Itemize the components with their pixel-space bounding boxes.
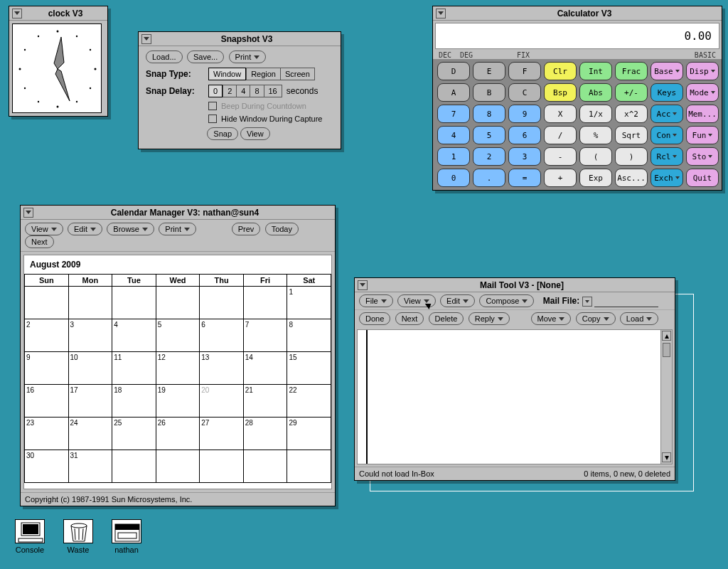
window-menu-icon[interactable]: [12, 9, 22, 18]
calc-key-3[interactable]: 3: [508, 147, 541, 166]
view-button[interactable]: View: [240, 127, 270, 140]
calendar-day-1[interactable]: 1: [287, 287, 331, 319]
print-button[interactable]: Print: [229, 50, 267, 63]
mail-copy-button[interactable]: Copy: [576, 312, 616, 325]
calc-key-frac[interactable]: Frac: [615, 62, 648, 80]
snap-button[interactable]: Snap: [207, 127, 238, 140]
calc-key-asc[interactable]: Asc...: [615, 169, 648, 187]
calc-key-b[interactable]: B: [473, 83, 505, 102]
snap-type-screen[interactable]: Screen: [280, 68, 315, 80]
snapshot-titlebar[interactable]: Snapshot V3: [139, 32, 341, 46]
calc-key-1[interactable]: 1: [437, 147, 470, 166]
snap-type-region[interactable]: Region: [246, 68, 280, 80]
cal-browse-menu[interactable]: Browse: [107, 223, 154, 235]
calc-key-x[interactable]: X: [544, 105, 577, 123]
snap-delay-4[interactable]: 4: [236, 85, 250, 97]
calendar-day-24[interactable]: 24: [68, 418, 112, 450]
calc-key-[interactable]: +/-: [615, 83, 648, 102]
calendar-day-19[interactable]: 19: [156, 385, 200, 418]
calendar-day-6[interactable]: 6: [200, 319, 244, 352]
mail-file-menu[interactable]: File: [359, 294, 393, 307]
calc-key-[interactable]: -: [544, 147, 577, 166]
calc-key-sqrt[interactable]: Sqrt: [615, 126, 648, 144]
clock-titlebar[interactable]: clock V3: [9, 6, 107, 21]
calendar-day-13[interactable]: 13: [200, 352, 244, 385]
calendar-day-25[interactable]: 25: [112, 418, 156, 450]
calendar-day-31[interactable]: 31: [68, 450, 112, 483]
calendar-day-26[interactable]: 26: [156, 418, 200, 450]
save-button[interactable]: Save...: [187, 50, 224, 63]
load-button[interactable]: Load...: [146, 50, 183, 63]
calendar-day-7[interactable]: 7: [243, 319, 287, 352]
calendar-titlebar[interactable]: Calendar Manager V3: nathan@sun4: [21, 206, 335, 220]
calc-key-exp[interactable]: Exp: [579, 169, 612, 187]
calc-key-abs[interactable]: Abs: [579, 83, 612, 102]
calc-key-base[interactable]: Base: [651, 62, 683, 80]
calendar-day-14[interactable]: 14: [243, 352, 287, 385]
calc-key-[interactable]: (: [579, 147, 612, 166]
calendar-day-3[interactable]: 3: [68, 319, 112, 352]
calendar-day-9[interactable]: 9: [25, 352, 69, 385]
calendar-day-22[interactable]: 22: [287, 385, 331, 418]
mail-edit-menu[interactable]: Edit: [440, 294, 475, 307]
calc-key-x2[interactable]: x^2: [615, 105, 648, 123]
calendar-day-5[interactable]: 5: [156, 319, 200, 352]
calc-key-e[interactable]: E: [473, 62, 505, 80]
snap-delay-0[interactable]: 0: [208, 85, 223, 97]
window-menu-icon[interactable]: [358, 280, 368, 290]
calc-key-8[interactable]: 8: [473, 105, 505, 123]
calc-key-mem[interactable]: Mem...: [686, 105, 719, 123]
calc-key-0[interactable]: 0: [437, 169, 470, 187]
calc-key-9[interactable]: 9: [508, 105, 541, 123]
scroll-up-icon[interactable]: ▴: [662, 331, 671, 341]
snap-type-window[interactable]: Window: [208, 68, 246, 80]
mail-reply-button[interactable]: Reply: [469, 312, 510, 325]
mail-compose-menu[interactable]: Compose: [479, 294, 534, 307]
calc-key-f[interactable]: F: [508, 62, 541, 80]
snap-delay-16[interactable]: 16: [264, 85, 282, 97]
beep-checkbox[interactable]: [208, 102, 217, 110]
cal-today-button[interactable]: Today: [265, 223, 299, 235]
calendar-day-29[interactable]: 29: [287, 418, 331, 450]
calendar-day-16[interactable]: 16: [25, 385, 69, 418]
window-menu-icon[interactable]: [436, 9, 446, 18]
scroll-thumb[interactable]: [663, 343, 670, 357]
desktop-icon-nathan[interactable]: nathan: [105, 519, 148, 554]
calc-key-clr[interactable]: Clr: [544, 62, 577, 80]
calc-key-sto[interactable]: Sto: [686, 147, 719, 166]
calc-key-[interactable]: .: [473, 169, 505, 187]
calculator-titlebar[interactable]: Calculator V3: [433, 6, 722, 21]
calendar-day-21[interactable]: 21: [243, 385, 287, 418]
calendar-day-23[interactable]: 23: [25, 418, 69, 450]
snap-delay-2[interactable]: 2: [223, 85, 236, 97]
calc-key-5[interactable]: 5: [473, 126, 505, 144]
calc-key-[interactable]: =: [508, 169, 541, 187]
window-menu-icon[interactable]: [141, 34, 151, 44]
hide-checkbox[interactable]: [208, 115, 217, 123]
calc-key-rcl[interactable]: Rcl: [651, 147, 683, 166]
calc-key-fun[interactable]: Fun: [686, 126, 719, 144]
calc-key-keys[interactable]: Keys: [651, 83, 683, 102]
calc-key-1x[interactable]: 1/x: [579, 105, 612, 123]
calc-key-a[interactable]: A: [437, 83, 470, 102]
calc-key-bsp[interactable]: Bsp: [544, 83, 577, 102]
mail-scrollbar[interactable]: ▴ ▾: [660, 330, 672, 464]
calendar-day-2[interactable]: 2: [25, 319, 69, 352]
calc-key-c[interactable]: C: [508, 83, 541, 102]
cal-print-menu[interactable]: Print: [159, 223, 196, 235]
calendar-day-4[interactable]: 4: [112, 319, 156, 352]
calc-key-4[interactable]: 4: [437, 126, 470, 144]
snap-delay-8[interactable]: 8: [250, 85, 263, 97]
calendar-day-11[interactable]: 11: [112, 352, 156, 385]
calendar-day-8[interactable]: 8: [287, 319, 331, 352]
scroll-down-icon[interactable]: ▾: [662, 452, 671, 462]
calc-key-[interactable]: /: [544, 126, 577, 144]
cal-edit-menu[interactable]: Edit: [68, 223, 102, 235]
mail-move-button[interactable]: Move: [531, 312, 572, 325]
calendar-day-27[interactable]: 27: [200, 418, 244, 450]
mail-done-button[interactable]: Done: [359, 312, 390, 325]
desktop-icon-waste[interactable]: Waste: [57, 519, 100, 554]
calendar-day-12[interactable]: 12: [156, 352, 200, 385]
calendar-day-15[interactable]: 15: [287, 352, 331, 385]
calc-key-disp[interactable]: Disp: [686, 62, 719, 80]
